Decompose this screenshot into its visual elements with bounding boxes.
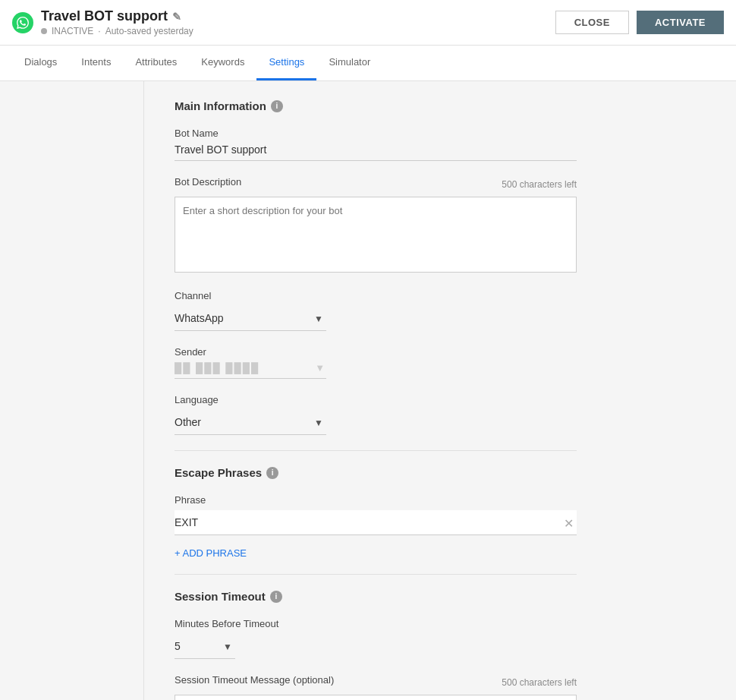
sender-dropdown-icon: ▼	[315, 362, 326, 374]
sidebar	[0, 81, 144, 700]
minutes-field: Minutes Before Timeout 1 2 3 4 5 10 15 2…	[175, 618, 577, 659]
separator: ·	[98, 26, 100, 36]
whatsapp-icon	[12, 12, 33, 33]
phrase-field: Phrase ✕	[175, 494, 577, 535]
channel-select[interactable]: WhatsApp Facebook Web SMS	[175, 306, 326, 331]
channel-label: Channel	[175, 290, 577, 301]
sender-label: Sender	[175, 346, 577, 358]
nav-tabs: Dialogs Intents Attributes Keywords Sett…	[0, 46, 736, 81]
tab-settings[interactable]: Settings	[256, 46, 316, 80]
bot-description-chars: 500 characters left	[502, 179, 577, 190]
right-panel	[607, 81, 736, 700]
divider-1	[175, 450, 577, 451]
auto-saved-text: Auto-saved yesterday	[105, 26, 193, 36]
tab-intents[interactable]: Intents	[69, 46, 123, 80]
language-field: Language Other English Spanish French Ge…	[175, 394, 577, 435]
session-message-header: Session Timeout Message (optional) 500 c…	[175, 674, 577, 690]
bot-description-label: Bot Description	[175, 176, 241, 188]
bot-title-row: Travel BOT support ✎	[41, 8, 193, 24]
status-bar: INACTIVE · Auto-saved yesterday	[41, 26, 193, 36]
close-button[interactable]: CLOSE	[555, 11, 629, 34]
clear-phrase-icon[interactable]: ✕	[564, 516, 574, 530]
sender-field: Sender ██ ███ ████ ▼	[175, 346, 577, 379]
phrase-input-wrapper: ✕	[175, 510, 577, 535]
bot-name-label: Bot Name	[175, 128, 577, 139]
tab-simulator[interactable]: Simulator	[316, 46, 382, 80]
header-right: CLOSE ACTIVATE	[555, 11, 724, 34]
header-left: Travel BOT support ✎ INACTIVE · Auto-sav…	[12, 8, 193, 36]
channel-field: Channel WhatsApp Facebook Web SMS ▼	[175, 290, 577, 331]
minutes-label: Minutes Before Timeout	[175, 618, 577, 629]
session-message-label: Session Timeout Message (optional)	[175, 674, 334, 686]
tab-dialogs[interactable]: Dialogs	[12, 46, 69, 80]
language-label: Language	[175, 394, 577, 405]
bot-description-textarea[interactable]	[175, 197, 577, 273]
main-info-title: Main Information i	[175, 99, 577, 112]
sender-value-text: ██ ███ ████	[175, 362, 259, 374]
phrase-input[interactable]	[175, 510, 577, 535]
channel-select-wrapper: WhatsApp Facebook Web SMS ▼	[175, 306, 326, 331]
session-message-field: Session Timeout Message (optional) 500 c…	[175, 674, 577, 700]
bot-title-text: Travel BOT support	[41, 8, 168, 24]
title-area: Travel BOT support ✎ INACTIVE · Auto-sav…	[41, 8, 193, 36]
bot-name-value: Travel BOT support	[175, 143, 577, 161]
language-select[interactable]: Other English Spanish French German	[175, 410, 326, 435]
tab-keywords[interactable]: Keywords	[189, 46, 256, 80]
escape-phrases-title-text: Escape Phrases	[175, 466, 262, 479]
escape-phrases-title: Escape Phrases i	[175, 466, 577, 479]
edit-icon[interactable]: ✎	[172, 11, 181, 23]
escape-phrases-info-icon[interactable]: i	[266, 467, 278, 479]
minutes-select-wrapper: 1 2 3 4 5 10 15 20 30 ▼	[175, 634, 235, 659]
bot-name-field: Bot Name Travel BOT support	[175, 128, 577, 161]
main-content: Main Information i Bot Name Travel BOT s…	[144, 81, 607, 700]
language-select-wrapper: Other English Spanish French German ▼	[175, 410, 326, 435]
bot-description-header: Bot Description 500 characters left	[175, 176, 577, 192]
session-timeout-title-text: Session Timeout	[175, 590, 266, 603]
main-layout: Main Information i Bot Name Travel BOT s…	[0, 81, 736, 700]
add-phrase-link[interactable]: + ADD PHRASE	[175, 547, 247, 559]
phrase-label: Phrase	[175, 494, 577, 506]
app-header: Travel BOT support ✎ INACTIVE · Auto-sav…	[0, 0, 736, 46]
session-timeout-title: Session Timeout i	[175, 590, 577, 603]
session-timeout-info-icon[interactable]: i	[270, 591, 282, 603]
bot-description-field: Bot Description 500 characters left	[175, 176, 577, 275]
activate-button[interactable]: ACTIVATE	[637, 11, 724, 34]
status-dot	[41, 28, 47, 34]
session-message-chars: 500 characters left	[502, 677, 577, 688]
session-message-textarea[interactable]	[175, 695, 577, 700]
status-text: INACTIVE	[52, 26, 93, 36]
main-info-title-text: Main Information	[175, 99, 266, 112]
main-info-icon[interactable]: i	[271, 100, 283, 112]
minutes-select[interactable]: 1 2 3 4 5 10 15 20 30	[175, 634, 235, 659]
sender-select[interactable]: ██ ███ ████ ▼	[175, 362, 326, 379]
tab-attributes[interactable]: Attributes	[123, 46, 189, 80]
divider-2	[175, 574, 577, 575]
